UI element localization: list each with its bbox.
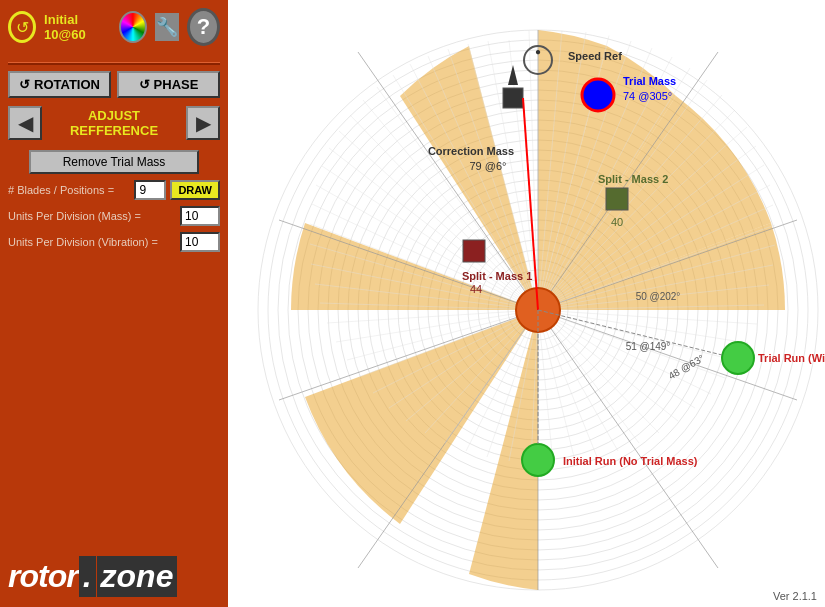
units-mass-input[interactable] [180,206,220,226]
svg-text:74 @305°: 74 @305° [623,90,672,102]
svg-text:●: ● [535,46,541,57]
svg-rect-114 [503,88,523,108]
sidebar: ↺ Initial 10@60 🔧 ? ↺ ROTATION ↺ PHASE ◀… [0,0,228,607]
svg-rect-119 [463,240,485,262]
blades-input[interactable] [134,180,166,200]
svg-text:Correction Mass: Correction Mass [428,145,514,157]
svg-text:44: 44 [470,283,482,295]
svg-point-111 [582,79,614,111]
units-vibration-label: Units Per Division (Vibration) = [8,236,180,248]
rotation-label: ROTATION [34,77,100,92]
svg-text:Split - Mass 2: Split - Mass 2 [598,173,668,185]
units-vibration-row: Units Per Division (Vibration) = [8,232,220,252]
rotation-icon: ↺ [8,11,36,43]
svg-text:40: 40 [611,216,623,228]
svg-text:79 @6°: 79 @6° [470,160,507,172]
main-chart: ● Speed Ref Trial Mass 74 @305° Correcti… [228,0,825,607]
draw-button[interactable]: DRAW [170,180,220,200]
svg-text:Split - Mass 1: Split - Mass 1 [462,270,532,282]
footer-logo: rotor.zone [8,556,177,597]
polar-chart-svg: ● Speed Ref Trial Mass 74 @305° Correcti… [228,0,825,607]
svg-text:51 @149°: 51 @149° [626,341,671,352]
logo-dot: . [79,556,96,597]
adjust-reference-row: ◀ ADJUST REFFERENCE ▶ [8,106,220,140]
logo-zone-text: zone [97,556,178,597]
adjust-right-button[interactable]: ▶ [186,106,220,140]
svg-point-125 [522,444,554,476]
rotation-arrow-icon: ↺ [19,77,30,92]
blades-label: # Blades / Positions = [8,184,134,196]
help-icon[interactable]: ? [187,8,220,46]
svg-text:Initial Run (No Trial Mass): Initial Run (No Trial Mass) [563,455,698,467]
header-bar: ↺ Initial 10@60 🔧 ? [8,8,220,46]
blades-row: # Blades / Positions = DRAW [8,180,220,200]
units-mass-label: Units Per Division (Mass) = [8,210,180,222]
units-mass-row: Units Per Division (Mass) = [8,206,220,226]
remove-trial-mass-button[interactable]: Remove Trial Mass [29,150,199,174]
svg-point-127 [722,342,754,374]
units-vibration-input[interactable] [180,232,220,252]
rainbow-icon [119,11,147,43]
svg-text:Trial Run (With Trial Mass): Trial Run (With Trial Mass) [758,352,825,364]
logo-rotor-text: rotor [8,558,78,595]
rotation-phase-row: ↺ ROTATION ↺ PHASE [8,71,220,98]
wrench-icon: 🔧 [155,13,179,41]
version-text: Ver 2.1.1 [773,590,817,602]
phase-label: PHASE [154,77,199,92]
svg-text:50 @202°: 50 @202° [636,291,681,302]
svg-text:Trial Mass: Trial Mass [623,75,676,87]
svg-text:Speed Ref: Speed Ref [568,50,622,62]
divider1 [8,62,220,65]
phase-arrow-icon: ↺ [139,77,150,92]
initial-label: Initial 10@60 [44,12,111,42]
svg-rect-122 [606,188,628,210]
rotation-button[interactable]: ↺ ROTATION [8,71,111,98]
adjust-label: ADJUST REFFERENCE [46,108,182,138]
phase-button[interactable]: ↺ PHASE [117,71,220,98]
adjust-left-button[interactable]: ◀ [8,106,42,140]
